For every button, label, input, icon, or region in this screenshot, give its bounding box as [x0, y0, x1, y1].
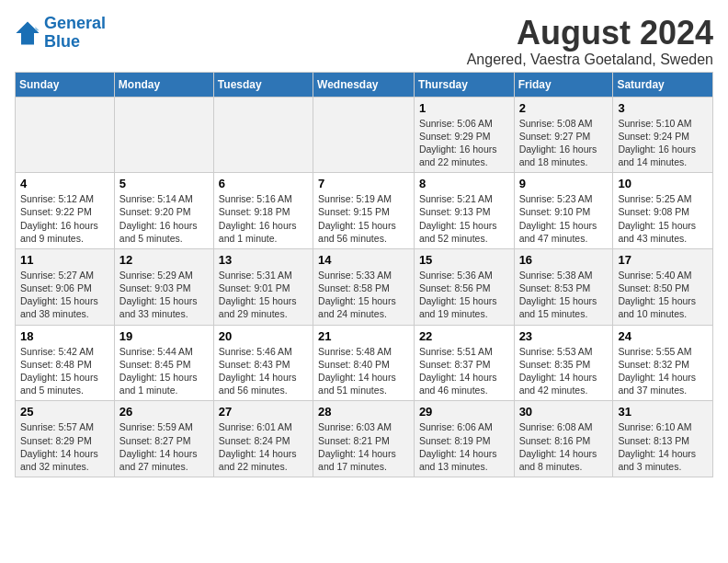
- day-number: 17: [618, 253, 708, 267]
- week-row-2: 4Sunrise: 5:12 AM Sunset: 9:22 PM Daylig…: [16, 173, 713, 249]
- day-info: Sunrise: 5:19 AM Sunset: 9:15 PM Dayligh…: [318, 192, 409, 245]
- day-info: Sunrise: 5:16 AM Sunset: 9:18 PM Dayligh…: [219, 192, 308, 245]
- col-header-friday: Friday: [514, 72, 613, 97]
- day-info: Sunrise: 5:51 AM Sunset: 8:37 PM Dayligh…: [419, 345, 509, 397]
- subtitle: Angered, Vaestra Goetaland, Sweden: [467, 52, 713, 68]
- day-cell: 15Sunrise: 5:36 AM Sunset: 8:56 PM Dayli…: [414, 248, 514, 325]
- day-cell: 28Sunrise: 6:03 AM Sunset: 8:21 PM Dayli…: [313, 401, 415, 477]
- day-number: 3: [618, 101, 708, 115]
- day-number: 27: [219, 405, 308, 419]
- day-info: Sunrise: 5:08 AM Sunset: 9:27 PM Dayligh…: [519, 117, 609, 169]
- day-number: 26: [119, 405, 209, 419]
- day-number: 5: [119, 177, 209, 190]
- day-cell: 24Sunrise: 5:55 AM Sunset: 8:32 PM Dayli…: [613, 325, 713, 401]
- calendar-header-row: SundayMondayTuesdayWednesdayThursdayFrid…: [16, 72, 713, 97]
- day-cell: 14Sunrise: 5:33 AM Sunset: 8:58 PM Dayli…: [313, 248, 415, 325]
- day-info: Sunrise: 5:25 AM Sunset: 9:08 PM Dayligh…: [618, 192, 708, 245]
- day-cell: 20Sunrise: 5:46 AM Sunset: 8:43 PM Dayli…: [213, 325, 313, 401]
- day-cell: 6Sunrise: 5:16 AM Sunset: 9:18 PM Daylig…: [213, 173, 313, 249]
- day-cell: 22Sunrise: 5:51 AM Sunset: 8:37 PM Dayli…: [414, 325, 514, 401]
- day-cell: 4Sunrise: 5:12 AM Sunset: 9:22 PM Daylig…: [16, 173, 115, 249]
- day-cell: 18Sunrise: 5:42 AM Sunset: 8:48 PM Dayli…: [16, 325, 115, 401]
- page-header: General Blue August 2024 Angered, Vaestr…: [15, 15, 713, 68]
- day-info: Sunrise: 5:14 AM Sunset: 9:20 PM Dayligh…: [119, 192, 209, 245]
- logo-icon: [15, 20, 40, 46]
- day-number: 16: [519, 253, 609, 267]
- day-info: Sunrise: 5:55 AM Sunset: 8:32 PM Dayligh…: [618, 345, 708, 397]
- day-cell: [114, 97, 213, 173]
- day-number: 30: [519, 405, 609, 419]
- title-block: August 2024 Angered, Vaestra Goetaland, …: [467, 15, 713, 68]
- day-cell: 12Sunrise: 5:29 AM Sunset: 9:03 PM Dayli…: [114, 248, 213, 325]
- day-info: Sunrise: 5:53 AM Sunset: 8:35 PM Dayligh…: [519, 345, 609, 397]
- col-header-thursday: Thursday: [414, 72, 514, 97]
- day-cell: 29Sunrise: 6:06 AM Sunset: 8:19 PM Dayli…: [414, 401, 514, 477]
- week-row-3: 11Sunrise: 5:27 AM Sunset: 9:06 PM Dayli…: [16, 248, 713, 325]
- day-cell: 30Sunrise: 6:08 AM Sunset: 8:16 PM Dayli…: [514, 401, 613, 477]
- week-row-4: 18Sunrise: 5:42 AM Sunset: 8:48 PM Dayli…: [16, 325, 713, 401]
- col-header-tuesday: Tuesday: [213, 72, 313, 97]
- day-info: Sunrise: 5:29 AM Sunset: 9:03 PM Dayligh…: [119, 269, 209, 321]
- day-number: 14: [318, 253, 409, 267]
- day-cell: 11Sunrise: 5:27 AM Sunset: 9:06 PM Dayli…: [16, 248, 115, 325]
- day-number: 20: [219, 329, 308, 343]
- day-info: Sunrise: 5:10 AM Sunset: 9:24 PM Dayligh…: [618, 117, 708, 169]
- col-header-monday: Monday: [114, 72, 213, 97]
- day-info: Sunrise: 5:06 AM Sunset: 9:29 PM Dayligh…: [419, 117, 509, 169]
- day-cell: 9Sunrise: 5:23 AM Sunset: 9:10 PM Daylig…: [514, 173, 613, 249]
- day-number: 31: [618, 405, 708, 419]
- day-info: Sunrise: 5:27 AM Sunset: 9:06 PM Dayligh…: [20, 269, 109, 321]
- week-row-1: 1Sunrise: 5:06 AM Sunset: 9:29 PM Daylig…: [16, 97, 713, 173]
- day-cell: [313, 97, 415, 173]
- day-number: 6: [219, 177, 308, 190]
- day-info: Sunrise: 5:42 AM Sunset: 8:48 PM Dayligh…: [20, 345, 109, 397]
- day-number: 11: [20, 253, 109, 267]
- day-number: 9: [519, 177, 609, 190]
- day-number: 23: [519, 329, 609, 343]
- day-info: Sunrise: 5:31 AM Sunset: 9:01 PM Dayligh…: [219, 269, 308, 321]
- day-number: 29: [419, 405, 509, 419]
- day-cell: 25Sunrise: 5:57 AM Sunset: 8:29 PM Dayli…: [16, 401, 115, 477]
- day-cell: 10Sunrise: 5:25 AM Sunset: 9:08 PM Dayli…: [613, 173, 713, 249]
- logo-text: General Blue: [44, 15, 106, 52]
- day-info: Sunrise: 5:59 AM Sunset: 8:27 PM Dayligh…: [119, 420, 209, 473]
- day-info: Sunrise: 5:57 AM Sunset: 8:29 PM Dayligh…: [20, 420, 109, 473]
- col-header-sunday: Sunday: [16, 72, 115, 97]
- day-info: Sunrise: 5:23 AM Sunset: 9:10 PM Dayligh…: [519, 192, 609, 245]
- day-info: Sunrise: 5:21 AM Sunset: 9:13 PM Dayligh…: [419, 192, 509, 245]
- day-cell: 26Sunrise: 5:59 AM Sunset: 8:27 PM Dayli…: [114, 401, 213, 477]
- day-info: Sunrise: 6:03 AM Sunset: 8:21 PM Dayligh…: [318, 420, 409, 473]
- day-number: 8: [419, 177, 509, 190]
- day-info: Sunrise: 6:06 AM Sunset: 8:19 PM Dayligh…: [419, 420, 509, 473]
- day-info: Sunrise: 6:10 AM Sunset: 8:13 PM Dayligh…: [618, 420, 708, 473]
- day-cell: 31Sunrise: 6:10 AM Sunset: 8:13 PM Dayli…: [613, 401, 713, 477]
- main-title: August 2024: [467, 15, 713, 52]
- col-header-saturday: Saturday: [613, 72, 713, 97]
- day-cell: 21Sunrise: 5:48 AM Sunset: 8:40 PM Dayli…: [313, 325, 415, 401]
- day-cell: 2Sunrise: 5:08 AM Sunset: 9:27 PM Daylig…: [514, 97, 613, 173]
- day-number: 2: [519, 101, 609, 115]
- day-info: Sunrise: 5:33 AM Sunset: 8:58 PM Dayligh…: [318, 269, 409, 321]
- day-cell: 8Sunrise: 5:21 AM Sunset: 9:13 PM Daylig…: [414, 173, 514, 249]
- day-cell: 1Sunrise: 5:06 AM Sunset: 9:29 PM Daylig…: [414, 97, 514, 173]
- day-cell: 27Sunrise: 6:01 AM Sunset: 8:24 PM Dayli…: [213, 401, 313, 477]
- day-info: Sunrise: 6:08 AM Sunset: 8:16 PM Dayligh…: [519, 420, 609, 473]
- svg-marker-0: [16, 21, 39, 44]
- day-number: 12: [119, 253, 209, 267]
- day-info: Sunrise: 5:48 AM Sunset: 8:40 PM Dayligh…: [318, 345, 409, 397]
- day-number: 13: [219, 253, 308, 267]
- day-number: 18: [20, 329, 109, 343]
- day-info: Sunrise: 5:40 AM Sunset: 8:50 PM Dayligh…: [618, 269, 708, 321]
- day-info: Sunrise: 5:12 AM Sunset: 9:22 PM Dayligh…: [20, 192, 109, 245]
- day-cell: 7Sunrise: 5:19 AM Sunset: 9:15 PM Daylig…: [313, 173, 415, 249]
- day-number: 22: [419, 329, 509, 343]
- day-number: 4: [20, 177, 109, 190]
- day-number: 7: [318, 177, 409, 190]
- day-info: Sunrise: 5:46 AM Sunset: 8:43 PM Dayligh…: [219, 345, 308, 397]
- day-cell: [213, 97, 313, 173]
- day-number: 25: [20, 405, 109, 419]
- col-header-wednesday: Wednesday: [313, 72, 415, 97]
- day-cell: 19Sunrise: 5:44 AM Sunset: 8:45 PM Dayli…: [114, 325, 213, 401]
- day-cell: 5Sunrise: 5:14 AM Sunset: 9:20 PM Daylig…: [114, 173, 213, 249]
- day-info: Sunrise: 5:38 AM Sunset: 8:53 PM Dayligh…: [519, 269, 609, 321]
